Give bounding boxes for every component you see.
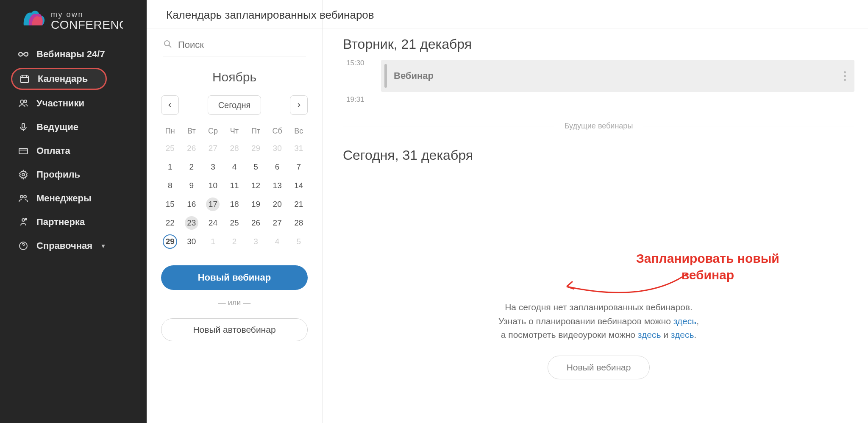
calendar-day[interactable]: 9 <box>181 178 203 193</box>
calendar-day[interactable]: 27 <box>267 215 288 231</box>
event-card[interactable]: Вебинар <box>381 60 854 92</box>
help-link-2[interactable]: здесь <box>638 330 661 340</box>
calendar-day[interactable]: 5 <box>288 234 309 249</box>
svg-text:CONFERENCE: CONFERENCE <box>51 18 123 31</box>
users-icon <box>18 98 29 109</box>
new-autowebinar-button[interactable]: Новый автовебинар <box>161 318 308 341</box>
calendar-day[interactable]: 30 <box>267 141 288 156</box>
new-webinar-button[interactable]: Новый вебинар <box>161 265 308 290</box>
calendar-day[interactable]: 24 <box>202 215 224 231</box>
sidebar-item-partner[interactable]: Партнерка <box>0 210 147 234</box>
calendar-day[interactable]: 28 <box>224 141 245 156</box>
sidebar-item-profile[interactable]: Профиль <box>0 163 147 186</box>
calendar-day[interactable]: 18 <box>224 197 245 212</box>
calendar-day[interactable]: 8 <box>159 178 181 193</box>
sidebar-item-payment[interactable]: Оплата <box>0 139 147 163</box>
calendar-day[interactable]: 21 <box>288 197 309 212</box>
calendar-day[interactable]: 3 <box>245 234 267 249</box>
calendar-day[interactable]: 2 <box>224 234 245 249</box>
calendar-day[interactable]: 4 <box>224 159 245 175</box>
calendar-day[interactable]: 27 <box>202 141 224 156</box>
sidebar-item-webinars247[interactable]: Вебинары 24/7 <box>0 42 147 66</box>
next-month-button[interactable] <box>290 95 308 115</box>
card-icon <box>18 145 29 156</box>
nav: Вебинары 24/7 Календарь Участники Ведущи… <box>0 42 147 258</box>
help-link-3[interactable]: здесь <box>671 330 694 340</box>
weekday-label: Вт <box>181 127 203 136</box>
gear-icon <box>18 169 29 180</box>
weekday-label: Чт <box>224 127 245 136</box>
calendar-day[interactable]: 31 <box>288 141 309 156</box>
nav-label: Вебинары 24/7 <box>36 49 105 60</box>
calendar-week: 15161718192021 <box>159 197 309 212</box>
calendar-day[interactable]: 26 <box>181 141 203 156</box>
calendar-day[interactable]: 29 <box>163 234 177 249</box>
calendar-week: 891011121314 <box>159 178 309 193</box>
calendar-day[interactable]: 6 <box>267 159 288 175</box>
svg-point-10 <box>22 219 25 221</box>
weekday-label: Пн <box>159 127 181 136</box>
calendar-week: 22232425262728 <box>159 215 309 231</box>
calendar-day[interactable]: 16 <box>181 197 203 212</box>
nav-label: Менеджеры <box>36 193 92 204</box>
event-start-time: 15:30 <box>346 59 364 67</box>
nav-label: Оплата <box>36 145 70 156</box>
calendar-day[interactable]: 14 <box>288 178 309 193</box>
svg-rect-2 <box>21 76 28 83</box>
calendar-week: 25262728293031 <box>159 141 309 156</box>
svg-point-9 <box>24 195 26 198</box>
partner-icon <box>18 217 29 228</box>
search-input[interactable] <box>178 39 306 50</box>
svg-rect-6 <box>19 148 28 154</box>
calendar-day[interactable]: 3 <box>202 159 224 175</box>
empty-new-webinar-button[interactable]: Новый вебинар <box>548 356 650 379</box>
sidebar-item-managers[interactable]: Менеджеры <box>0 186 147 210</box>
calendar-day[interactable]: 1 <box>202 234 224 249</box>
svg-rect-5 <box>22 123 25 128</box>
sidebar-item-calendar[interactable]: Календарь <box>11 68 107 90</box>
calendar-day[interactable]: 10 <box>202 178 224 193</box>
or-separator: — или — <box>159 298 310 307</box>
calendar-day[interactable]: 19 <box>245 197 267 212</box>
brand-logo[interactable]: my own CONFERENCE <box>0 6 147 42</box>
annotation-arrow-icon <box>560 264 696 311</box>
sidebar-item-presenters[interactable]: Ведущие <box>0 115 147 139</box>
sidebar-item-help[interactable]: Справочная ▾ <box>0 234 147 258</box>
calendar-day[interactable]: 4 <box>267 234 288 249</box>
main-content: Вторник, 21 декабря 15:30 19:31 Вебинар … <box>323 0 868 423</box>
nav-label: Календарь <box>38 73 88 84</box>
calendar-day[interactable]: 17 <box>206 198 220 211</box>
calendar-day[interactable]: 5 <box>245 159 267 175</box>
calendar-day[interactable]: 1 <box>159 159 181 175</box>
help-link-1[interactable]: здесь <box>673 316 697 326</box>
calendar-day[interactable]: 29 <box>245 141 267 156</box>
nav-label: Участники <box>36 98 84 109</box>
calendar-day[interactable]: 12 <box>245 178 267 193</box>
calendar-day[interactable]: 25 <box>159 141 181 156</box>
calendar-day[interactable]: 13 <box>267 178 288 193</box>
calendar-day[interactable]: 2 <box>181 159 203 175</box>
day-heading-1: Вторник, 21 декабря <box>343 36 854 52</box>
nav-label: Профиль <box>36 169 80 180</box>
prev-month-button[interactable] <box>161 95 179 115</box>
calendar-panel: Ноябрь Сегодня ПнВтСрЧтПтСбВс 2526272829… <box>147 0 323 423</box>
calendar-day[interactable]: 30 <box>181 234 203 249</box>
calendar-day[interactable]: 7 <box>288 159 309 175</box>
calendar-day[interactable]: 28 <box>288 215 309 231</box>
calendar-day[interactable]: 15 <box>159 197 181 212</box>
calendar-day[interactable]: 22 <box>159 215 181 231</box>
day-heading-2: Сегодня, 31 декабря <box>343 147 854 163</box>
svg-point-4 <box>24 100 27 103</box>
calendar-day[interactable]: 26 <box>245 215 267 231</box>
calendar-day[interactable]: 25 <box>224 215 245 231</box>
weekday-label: Пт <box>245 127 267 136</box>
event-menu-button[interactable] <box>844 71 846 81</box>
sidebar-item-participants[interactable]: Участники <box>0 92 147 115</box>
today-button[interactable]: Сегодня <box>208 95 262 115</box>
calendar-day[interactable]: 11 <box>224 178 245 193</box>
calendar-day[interactable]: 20 <box>267 197 288 212</box>
weekday-label: Ср <box>202 127 224 136</box>
calendar-day[interactable]: 23 <box>185 216 198 230</box>
empty-line-2: Узнать о планировании вебинаров можно зд… <box>343 314 854 328</box>
svg-point-3 <box>20 100 24 103</box>
